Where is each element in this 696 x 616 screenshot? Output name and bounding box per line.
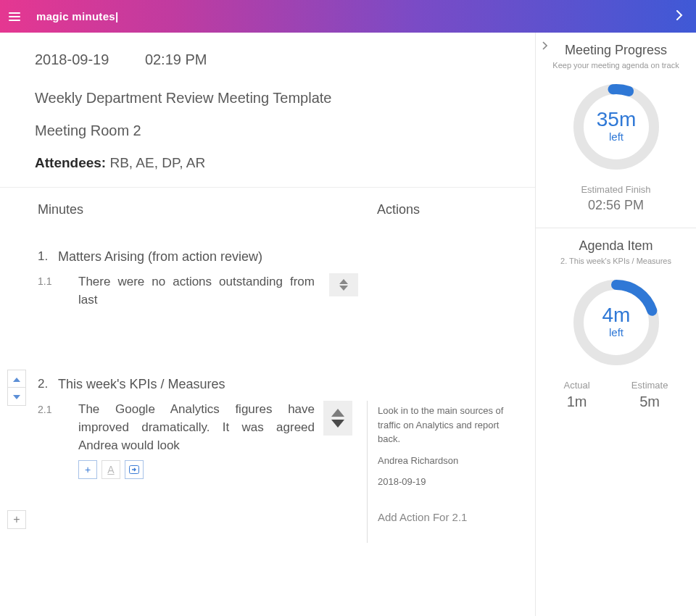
section-2: 2. This week's KPIs / Measures <box>7 371 528 392</box>
agenda-subtitle: 2. This week's KPIs / Measures <box>543 257 689 265</box>
estimated-finish-time: 02:56 PM <box>543 198 689 213</box>
section-2-group: 2. This week's KPIs / Measures 2.1 The G… <box>7 371 528 543</box>
agenda-title: Agenda Item <box>543 238 689 254</box>
minute-number: 2.1 <box>38 401 78 415</box>
svg-text:left: left <box>608 326 624 338</box>
move-section-down-button[interactable] <box>8 388 25 405</box>
minute-1-1: 1.1 There were no actions outstanding fr… <box>7 265 528 309</box>
minute-2-1: 2.1 The Google Analytics figures have im… <box>7 392 528 543</box>
app-bar: magic minutes| <box>0 0 696 33</box>
minute-text[interactable]: The Google Analytics figures have improv… <box>78 401 322 454</box>
progress-title: Meeting Progress <box>543 43 689 58</box>
columns-header: Minutes Actions <box>0 188 535 223</box>
minute-text[interactable]: There were no actions outstanding from l… <box>78 273 322 309</box>
agenda-item-card: Agenda Item 2. This week's KPIs / Measur… <box>536 228 696 425</box>
section-reorder-controls <box>7 370 26 406</box>
section-number: 2. <box>38 377 58 391</box>
svg-text:35m: 35m <box>596 108 635 130</box>
attendees-label: Attendees: <box>35 155 106 170</box>
progress-subtitle: Keep your meeting agenda on track <box>543 61 689 70</box>
actual-value: 1m <box>564 394 590 410</box>
svg-text:4m: 4m <box>602 304 630 326</box>
action-due-date: 2018-09-19 <box>378 475 523 489</box>
actual-label: Actual <box>564 380 590 391</box>
agenda-ring: 4m left <box>543 275 689 370</box>
add-button[interactable]: + <box>78 460 97 479</box>
estimated-finish-label: Estimated Finish <box>543 184 689 195</box>
app-brand: magic minutes| <box>36 10 118 22</box>
section-number: 1. <box>38 249 58 264</box>
chevron-right-icon[interactable] <box>671 6 687 27</box>
meeting-header: 2018-09-19 02:19 PM Weekly Department Re… <box>0 33 535 188</box>
section-title: Matters Arising (from action review) <box>58 249 262 265</box>
chevron-right-icon[interactable] <box>542 40 547 53</box>
section-title: This week's KPIs / Measures <box>58 377 225 392</box>
attendees-list: RB, AE, DP, AR <box>109 155 205 170</box>
meeting-progress-card: Meeting Progress Keep your meeting agend… <box>536 33 696 228</box>
move-section-up-button[interactable] <box>8 370 25 388</box>
progress-ring: 35m left <box>543 80 689 174</box>
menu-icon[interactable] <box>9 9 23 24</box>
reorder-stepper[interactable] <box>329 273 358 296</box>
action-card[interactable]: Look in to the main sources of traffic o… <box>367 401 523 543</box>
sidebar: Meeting Progress Keep your meeting agend… <box>535 33 696 616</box>
minute-number: 1.1 <box>38 273 78 287</box>
meeting-title: Weekly Department Review Meeting Templat… <box>35 90 506 107</box>
main-pane: 2018-09-19 02:19 PM Weekly Department Re… <box>0 33 535 616</box>
meeting-room: Meeting Room 2 <box>35 122 506 139</box>
svg-text:left: left <box>608 130 624 143</box>
format-button[interactable]: A <box>102 460 120 479</box>
meeting-date: 2018-09-19 <box>35 51 109 68</box>
add-action-link[interactable]: Add Action For 2.1 <box>378 509 523 526</box>
action-description: Look in to the main sources of traffic o… <box>378 404 523 446</box>
estimate-label: Estimate <box>631 380 668 391</box>
reorder-stepper[interactable] <box>323 401 352 436</box>
action-owner: Andrea Richardson <box>378 454 523 468</box>
meeting-time: 02:19 PM <box>145 51 207 67</box>
estimate-value: 5m <box>631 394 668 410</box>
action-button[interactable] <box>125 460 144 479</box>
section-1: 1. Matters Arising (from action review) <box>7 244 528 265</box>
minute-toolbar: + A <box>78 460 322 479</box>
col-minutes: Minutes <box>38 202 355 217</box>
add-item-button[interactable]: + <box>7 510 26 529</box>
col-actions: Actions <box>355 202 500 217</box>
